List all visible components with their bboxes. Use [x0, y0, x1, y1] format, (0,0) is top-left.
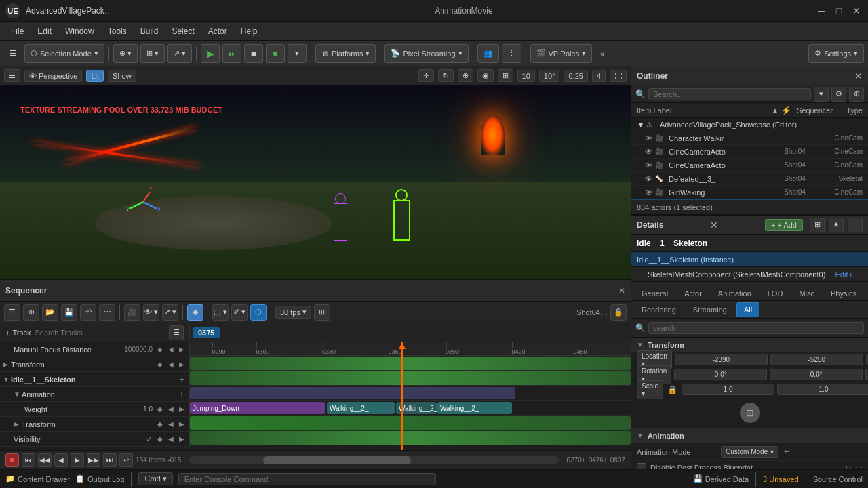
derived-data-button[interactable]: 💾 Derived Data [693, 474, 749, 483]
rotation-z[interactable] [865, 369, 868, 380]
goto-start-button[interactable]: ⏮ [22, 453, 35, 467]
show-button[interactable]: Show [108, 70, 136, 82]
seq-view-options[interactable]: 👁 ▾ [143, 304, 159, 321]
scale-dropdown[interactable]: Scale ▾ [637, 380, 663, 399]
rotation-y[interactable] [770, 369, 863, 380]
transform-sub-right[interactable]: ▶ [177, 420, 186, 429]
transform-sub-left[interactable]: ◀ [166, 420, 176, 429]
skip-back-button[interactable]: ⏺ [266, 44, 285, 63]
stop-button[interactable]: ■ [244, 44, 263, 63]
details-close-button[interactable]: ✕ [710, 220, 718, 230]
tab-streaming[interactable]: Streaming [686, 302, 734, 317]
transform-button[interactable]: ↗ ▾ [167, 44, 192, 63]
track-transform[interactable]: ▶ Transform ◆ ◀ ▶ [0, 357, 189, 372]
content-drawer-button[interactable]: 📁 Content Drawer [5, 474, 70, 483]
seq-open-button[interactable]: 📂 [42, 304, 58, 321]
settings-button[interactable]: ⚙ Settings ▾ [808, 44, 864, 63]
seq-actions-button[interactable]: ⋯ [99, 304, 115, 321]
details-action-3[interactable]: ⋯ [848, 218, 863, 232]
weight-left-btn[interactable]: ◀ [166, 405, 176, 414]
menu-tools[interactable]: Tools [102, 25, 132, 37]
details-add-button[interactable]: + + Add [765, 219, 803, 231]
anim-mode-dropdown[interactable]: Custom Mode ▾ [721, 446, 778, 458]
skeleton-add-btn[interactable]: + [177, 375, 186, 384]
disable-pp-reset[interactable]: ↩ [845, 464, 851, 470]
selection-mode-button[interactable]: ⬡ Selection Mode ▾ [24, 44, 104, 63]
playhead[interactable] [401, 342, 403, 450]
lit-button[interactable]: Lit [86, 70, 104, 82]
menu-help[interactable]: Help [235, 25, 263, 37]
edit-link[interactable]: Edit i [835, 270, 852, 279]
eye-icon-defeated[interactable]: 👁 [645, 175, 652, 183]
seq-keyframe-button[interactable]: ◆ [187, 304, 203, 321]
menu-build[interactable]: Build [135, 25, 164, 37]
details-action-2[interactable]: ★ [829, 218, 844, 232]
track-manual-focus[interactable]: Manual Focus Distance 100000.0 ◆ ◀ ▶ [0, 342, 189, 357]
options-btn-2[interactable]: ⋮ [502, 44, 521, 63]
grid-btn[interactable]: ⊞ [498, 69, 513, 82]
seq-lock-button[interactable]: 🔒 [610, 304, 627, 321]
track-animation[interactable]: ▼ Animation + [0, 387, 189, 402]
tab-animation[interactable]: Animation [711, 286, 759, 300]
perspective-button[interactable]: 👁 Perspective [24, 70, 82, 82]
loop-button[interactable]: ↩ [119, 453, 133, 467]
seq-layout-button[interactable]: ⊞ [314, 304, 330, 321]
vp-roles-button[interactable]: 🎬 VP Roles ▾ [530, 44, 593, 63]
disable-pp-checkbox[interactable] [637, 463, 646, 469]
multi-user-button[interactable]: 👥 [477, 44, 499, 63]
rotation-x[interactable] [674, 369, 767, 380]
vis-keyframe-btn[interactable]: ◆ [155, 434, 165, 444]
menu-select[interactable]: Select [166, 25, 199, 37]
tab-actor[interactable]: Actor [677, 286, 709, 300]
sidebar-toggle-button[interactable]: ☰ [4, 69, 20, 82]
anim-mode-extra[interactable]: ⋯ [793, 447, 800, 456]
hamburger-menu-button[interactable]: ☰ [4, 44, 22, 63]
skip-forward-button[interactable]: ⏭ [222, 44, 241, 63]
seq-save-button[interactable]: 💾 [61, 304, 77, 321]
vis-right-btn[interactable]: ▶ [177, 434, 186, 444]
transform-keyframe-btn[interactable]: ◆ [155, 360, 165, 369]
menu-file[interactable]: File [5, 25, 29, 37]
transform-mode-button[interactable]: ◉ [477, 69, 494, 82]
track-right-btn[interactable]: ▶ [177, 345, 186, 354]
seq-new-button[interactable]: ⊕ [23, 304, 39, 321]
timeline-scroll[interactable] [189, 456, 558, 464]
transform-left-btn[interactable]: ◀ [166, 360, 176, 369]
anim-mode-reset[interactable]: ↩ [784, 447, 790, 456]
add-track-button[interactable]: + Track [5, 329, 31, 337]
tab-physics[interactable]: Physics [823, 286, 864, 300]
transform-right-btn[interactable]: ▶ [177, 360, 186, 369]
outliner-item-cinecam-2[interactable]: 👁 🎥 CineCameraActo Shot04 CineCam [631, 159, 868, 172]
eye-icon-cinecam1[interactable]: 👁 [645, 148, 652, 156]
menu-actor[interactable]: Actor [203, 25, 233, 37]
outliner-filter-btn[interactable]: ▾ [814, 87, 829, 102]
track-left-btn[interactable]: ◀ [166, 345, 176, 354]
step-fwd-button[interactable]: ▶▶ [87, 453, 100, 467]
options-button[interactable]: ▾ [288, 44, 307, 63]
menu-edit[interactable]: Edit [32, 25, 57, 37]
eye-icon-girlwaking[interactable]: 👁 [645, 188, 652, 197]
record-button[interactable]: ⏺ [5, 453, 19, 467]
menu-window[interactable]: Window [60, 25, 100, 37]
weight-right-btn[interactable]: ▶ [177, 405, 186, 414]
new-button[interactable]: ⊕ ▾ [113, 44, 138, 63]
play-fwd-button[interactable]: ▶ [71, 453, 84, 467]
outliner-item-cinecam-1[interactable]: 👁 🎥 CineCameraActo Shot04 CineCam [631, 145, 868, 159]
seq-curve-tool[interactable]: ✐ ▾ [231, 304, 248, 321]
seq-transform-button[interactable]: ↗ ▾ [162, 304, 178, 321]
goto-end-button[interactable]: ⏭ [103, 453, 117, 467]
grid-snap-button[interactable]: ⊞ ▾ [140, 44, 165, 63]
console-input[interactable] [178, 473, 437, 485]
seq-filter-button[interactable]: ☰ [4, 304, 20, 321]
cmd-button[interactable]: Cmd ▾ [138, 472, 172, 485]
outliner-close-button[interactable]: ✕ [854, 70, 863, 81]
step-back-button[interactable]: ◀◀ [38, 453, 52, 467]
animation-add-btn[interactable]: + [177, 390, 186, 399]
scale-y[interactable] [777, 384, 868, 395]
eye-icon-cinecam2[interactable]: 👁 [645, 161, 652, 169]
outliner-search-input[interactable] [648, 88, 811, 100]
clip-walking-3[interactable]: Walking__2_ [437, 402, 512, 414]
skeleton-clip[interactable] [190, 387, 515, 399]
play-reverse-button[interactable]: ◀ [54, 453, 68, 467]
outliner-item-character-walkir[interactable]: 👁 🎥 Character Walkir CineCam [631, 131, 868, 145]
